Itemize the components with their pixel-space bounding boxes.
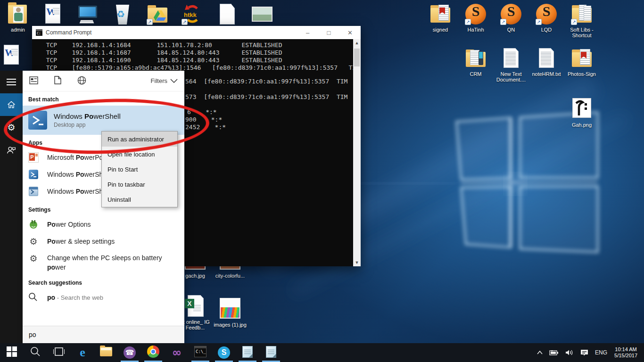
app-result-label: Windows PowerShe — [47, 188, 107, 195]
desktop-icon-label: QN — [494, 27, 528, 33]
admin-folder-icon — [7, 3, 29, 25]
filters-dropdown[interactable]: Filters — [151, 77, 178, 84]
clock[interactable]: 10:14 AM 5/15/2017 — [611, 346, 641, 359]
taskbar-skype-button[interactable]: S — [212, 343, 236, 362]
rail-home-button[interactable] — [0, 93, 23, 116]
context-menu-item-uninstall[interactable]: Uninstall — [102, 192, 177, 207]
rail-menu-button[interactable] — [0, 71, 23, 93]
taskbar-chrome-button[interactable] — [141, 343, 165, 362]
desktop-icon-this-pc[interactable] — [71, 3, 105, 25]
cmd-titlebar[interactable]: C: Command Prompt – □ ✕ — [32, 26, 361, 39]
taskbar: e☎∞C:\_S ENG 10:14 AM 5/15/2017 — [0, 343, 644, 362]
taskbar-file-explorer-button[interactable] — [94, 343, 118, 362]
search-suggestion-row[interactable]: po - Search the web — [23, 289, 184, 306]
command-prompt-icon: C:\_ — [194, 346, 206, 359]
context-menu-item-pin-to-taskbar[interactable]: Pin to taskbar — [102, 177, 177, 192]
desktop-icon-label: Soft Libs - Shortcut — [565, 27, 599, 38]
search-filter-bar: Filters — [23, 71, 184, 91]
tray-chevron-up-icon[interactable] — [534, 343, 546, 362]
desktop-icon-soft-libs-shortcut[interactable]: ↗Soft Libs - Shortcut — [565, 3, 599, 38]
pdf-folder-icon — [570, 47, 593, 70]
gear-icon: ⚙ — [7, 122, 15, 132]
apps-filter-icon[interactable] — [29, 76, 38, 86]
desktop-icon-notehrm-txt[interactable]: noteHRM.txt — [529, 47, 563, 77]
cmd-output-fragment: 564 [fe80::d839:71c0:aa1:997f%13]:5357 T… — [185, 78, 347, 85]
desktop-icon-images-1-jpg[interactable]: images (1).jpg — [213, 298, 247, 328]
desktop-icon-photos-sign[interactable]: Photos-Sign — [565, 47, 599, 77]
desktop-icon-crm[interactable]: CRM — [459, 47, 493, 77]
taskbar-notepad-2-button[interactable] — [259, 343, 283, 362]
language-indicator[interactable]: ENG — [592, 343, 611, 362]
desktop-icon-word-document[interactable]: W — [36, 3, 70, 25]
desktop-icon-label: signed — [423, 27, 457, 33]
cmd-scrollbar[interactable]: ▲ ▼ — [353, 39, 361, 266]
setting-result-row[interactable]: ⚙ Change when the PC sleeps on battery p… — [23, 250, 184, 272]
docs-folder-icon: ↗ — [570, 3, 593, 25]
desktop-icon-google-drive[interactable]: ↗ — [140, 3, 174, 25]
gear-icon: ⚙ — [28, 253, 39, 263]
search-input[interactable]: po — [23, 326, 184, 343]
setting-result-label: Power Options — [47, 221, 91, 228]
powershell-ise-icon — [28, 186, 39, 197]
desktop-icon-htkk-app[interactable]: htkk ↗ — [175, 3, 209, 25]
setting-result-row[interactable]: Power Options — [23, 216, 184, 233]
scroll-up-icon[interactable]: ▲ — [353, 39, 361, 47]
power-plug-icon — [28, 219, 39, 230]
rail-feedback-button[interactable] — [0, 139, 23, 161]
taskbar-start-button[interactable] — [0, 343, 24, 362]
svg-text:htkk: htkk — [184, 11, 197, 18]
close-button[interactable]: ✕ — [339, 26, 361, 39]
crm-folder-icon — [464, 47, 487, 70]
setting-result-label: Change when the PC sleeps on battery pow… — [47, 253, 165, 272]
battery-icon[interactable] — [546, 343, 562, 362]
rail-settings-button[interactable]: ⚙ — [0, 116, 23, 139]
taskbar-viber-button[interactable]: ☎ — [118, 343, 141, 362]
desktop-icon-recycle-bin[interactable]: ♻ — [106, 3, 140, 25]
cmd-output-fragment: 6 *:* — [187, 108, 217, 115]
taskbar-task-view-button[interactable] — [47, 343, 71, 362]
landscape-image-icon — [251, 3, 273, 25]
file-explorer-icon — [100, 347, 112, 358]
action-center-icon[interactable] — [577, 343, 592, 362]
scroll-down-icon[interactable]: ▼ — [353, 259, 361, 266]
taskbar-search-button[interactable] — [24, 343, 47, 362]
desktop-icon-admin[interactable]: admin — [1, 3, 35, 33]
desktop-icon-qn[interactable]: S ↗QN — [494, 3, 528, 33]
chevron-down-icon — [170, 79, 178, 83]
minimize-button[interactable]: – — [297, 26, 318, 39]
hamburger-icon — [7, 78, 16, 86]
blank-document-icon — [216, 3, 239, 25]
best-match-result[interactable]: Windows PowerShell Desktop app — [23, 106, 184, 135]
image-pencils-icon — [219, 298, 241, 321]
desktop-icon-blank-document[interactable] — [210, 3, 244, 25]
volume-icon[interactable] — [562, 343, 577, 362]
taskbar-command-prompt-button[interactable]: C:\_ — [189, 343, 212, 362]
desktop-icon-signed[interactable]: signed — [423, 3, 457, 33]
desktop-icon-label: CRM — [459, 71, 493, 77]
clock-date: 5/15/2017 — [614, 353, 637, 359]
desktop-icon-hatinh[interactable]: S ↗HaTinh — [459, 3, 493, 33]
desktop-icon-lqd[interactable]: S ↗LQD — [529, 3, 563, 33]
cmd-output-fragment: 900 *:* — [185, 116, 222, 123]
documents-filter-icon[interactable] — [54, 76, 61, 86]
setting-result-row[interactable]: ⚙ Power & sleep settings — [23, 233, 184, 250]
maximize-button[interactable]: □ — [318, 26, 339, 39]
taskbar-edge-button[interactable]: e — [71, 343, 94, 362]
context-menu-item-pin-to-start[interactable]: Pin to Start — [102, 162, 177, 177]
text-file-icon — [535, 47, 558, 70]
scrollbar-thumb[interactable] — [354, 49, 360, 66]
context-menu-item-open-file-location[interactable]: Open file location — [102, 147, 177, 162]
desktop-icon-gah-png[interactable]: Gah.png — [565, 98, 599, 128]
cmd-output-fragment: 573 [fe80::d839:71c0:aa1:997f%13]:5357 T… — [185, 93, 347, 100]
desktop-icon-word-document[interactable]: W — [0, 44, 28, 66]
taskbar-notepad-button[interactable] — [236, 343, 259, 362]
desktop-icon-new-text-document[interactable]: New Text Document.... — [494, 47, 528, 82]
web-filter-icon[interactable] — [77, 76, 86, 86]
gear-icon: ⚙ — [28, 236, 39, 247]
context-menu-item-run-as-administrator[interactable]: Run as administrator — [102, 132, 177, 147]
taskbar-visual-studio-button[interactable]: ∞ — [165, 343, 189, 362]
app-result-label: Windows PowerShe — [47, 171, 107, 178]
excel-file-icon: X — [184, 295, 206, 318]
desktop-icon-landscape-image[interactable] — [245, 3, 279, 25]
this-pc-icon — [76, 3, 99, 25]
